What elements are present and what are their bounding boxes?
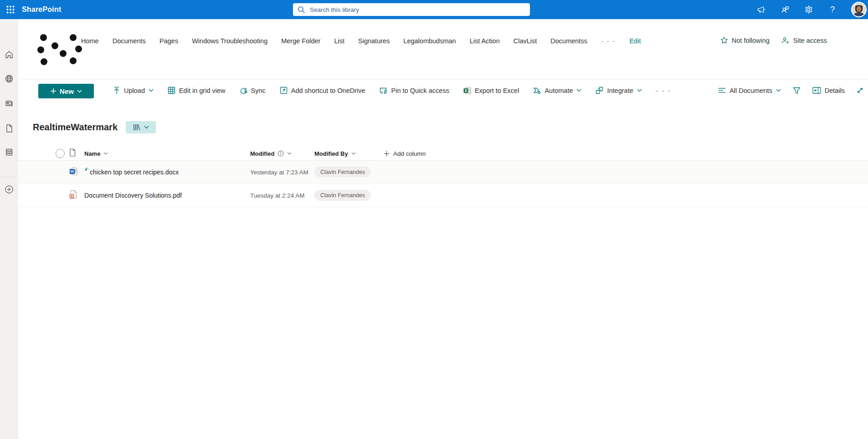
account-avatar[interactable]	[851, 2, 867, 17]
nav-item-signatures[interactable]: Signatures	[358, 37, 390, 45]
document-icon[interactable]	[0, 121, 18, 136]
automate-icon	[533, 87, 541, 94]
library-title: RealtimeWatermark	[33, 122, 118, 133]
modified-by-pill[interactable]: Clavin Fernandes	[314, 190, 371, 201]
modified-by-pill[interactable]: Clavin Fernandes	[314, 167, 371, 178]
chevron-down-icon	[144, 126, 149, 129]
column-header-name[interactable]: Name	[84, 150, 250, 157]
chevron-down-icon	[77, 90, 82, 93]
site-access-label: Site access	[793, 37, 827, 44]
home-icon[interactable]	[0, 47, 18, 62]
lists-icon[interactable]	[0, 145, 18, 159]
new-item-icon	[84, 166, 89, 173]
pdf-file-icon	[69, 190, 84, 201]
feedback-icon[interactable]	[780, 5, 790, 15]
star-icon	[720, 36, 728, 44]
site-nav: Home Documents Pages Windows Troubleshoo…	[81, 37, 641, 45]
command-bar: New Upload Edit in grid view Sync	[18, 80, 868, 101]
file-name[interactable]: Document Discovery Solutions.pdf	[84, 192, 250, 199]
sync-icon	[240, 87, 247, 94]
search-input[interactable]	[310, 6, 525, 13]
details-pane-icon	[812, 87, 821, 94]
add-shortcut-onedrive-button[interactable]: Add shortcut to OneDrive	[280, 87, 365, 94]
nav-edit-link[interactable]: Edit	[629, 37, 641, 45]
file-row[interactable]: Document Discovery Solutions.pdf Tuesday…	[18, 184, 868, 207]
column-header-modified-by[interactable]: Modified By	[314, 150, 384, 157]
view-options-icon	[718, 87, 726, 93]
upload-icon	[113, 87, 120, 94]
globe-icon[interactable]	[0, 71, 18, 86]
megaphone-icon[interactable]	[756, 5, 766, 15]
documents-list: Name Modified Modified By Add column	[18, 147, 868, 207]
info-icon	[277, 150, 284, 157]
nav-item-merge-folder[interactable]: Merge Folder	[281, 37, 320, 45]
file-type-column-icon[interactable]	[69, 148, 84, 158]
new-button[interactable]: New	[38, 84, 94, 98]
brand-title[interactable]: SharePoint	[22, 5, 61, 14]
new-button-label: New	[60, 87, 74, 95]
nav-item-list-action[interactable]: List Action	[470, 37, 500, 45]
library-type-badge[interactable]	[126, 121, 156, 133]
shortcut-icon	[280, 87, 288, 94]
nav-item-documentss[interactable]: Documentss	[550, 37, 587, 45]
gear-icon[interactable]	[804, 5, 814, 15]
site-header: Home Documents Pages Windows Troubleshoo…	[18, 19, 868, 79]
file-row[interactable]: chicken top secret recipes.docx Yesterda…	[18, 161, 868, 184]
app-launcher-icon[interactable]	[0, 0, 21, 19]
select-all-checkbox[interactable]	[56, 149, 65, 158]
nav-item-clavlist[interactable]: ClavList	[514, 37, 537, 45]
expand-icon[interactable]	[857, 87, 863, 94]
rail-divider	[2, 177, 16, 177]
person-add-icon	[781, 37, 790, 44]
pin-quick-access-button[interactable]: Pin to Quick access	[380, 87, 449, 94]
nav-item-legalombudsman[interactable]: Legalombudsman	[403, 37, 456, 45]
follow-button[interactable]: Not following	[720, 36, 770, 44]
edit-in-grid-view-button[interactable]: Edit in grid view	[168, 87, 226, 94]
integrate-button[interactable]: Integrate	[596, 87, 642, 94]
plus-icon	[384, 151, 390, 157]
create-plus-icon[interactable]	[0, 182, 18, 197]
sync-button[interactable]: Sync	[240, 87, 266, 94]
left-rail	[0, 19, 18, 439]
nav-item-list[interactable]: List	[334, 37, 344, 45]
pin-icon	[380, 87, 388, 94]
add-column-button[interactable]: Add column	[384, 150, 868, 157]
file-name[interactable]: chicken top secret recipes.docx	[84, 168, 250, 176]
file-modified: Tuesday at 2:24 AM	[250, 192, 314, 199]
help-icon[interactable]: ?	[827, 5, 837, 15]
nav-item-pages[interactable]: Pages	[159, 37, 178, 45]
library-content: RealtimeWatermark Name Modified	[18, 101, 868, 439]
plus-icon	[50, 88, 56, 94]
news-icon[interactable]	[0, 96, 18, 111]
search-icon	[298, 6, 305, 14]
column-header-modified[interactable]: Modified	[250, 150, 314, 157]
filter-icon	[793, 87, 801, 94]
filter-button[interactable]	[793, 87, 801, 94]
grid-view-icon	[168, 87, 175, 94]
command-overflow-icon[interactable]: · · ·	[656, 87, 671, 94]
excel-icon	[463, 87, 471, 94]
list-header-row: Name Modified Modified By Add column	[18, 147, 868, 161]
nav-item-documents[interactable]: Documents	[113, 37, 146, 45]
library-icon	[133, 124, 140, 131]
view-selector[interactable]: All Documents	[718, 87, 781, 94]
follow-label: Not following	[732, 37, 770, 44]
integrate-icon	[596, 87, 603, 94]
nav-overflow-icon[interactable]: · · ·	[601, 37, 616, 45]
suite-bar: SharePoint ?	[0, 0, 868, 19]
nav-item-windows-troubleshooting[interactable]: Windows Troubleshooting	[192, 37, 267, 45]
details-button[interactable]: Details	[812, 87, 845, 94]
export-to-excel-button[interactable]: Export to Excel	[463, 87, 519, 94]
search-box[interactable]	[293, 3, 530, 16]
word-file-icon	[69, 167, 84, 178]
site-access-button[interactable]: Site access	[781, 37, 827, 44]
upload-button[interactable]: Upload	[113, 87, 154, 94]
automate-button[interactable]: Automate	[533, 87, 581, 94]
file-modified: Yesterday at 7:23 AM	[250, 169, 314, 176]
nav-item-home[interactable]: Home	[81, 37, 99, 45]
